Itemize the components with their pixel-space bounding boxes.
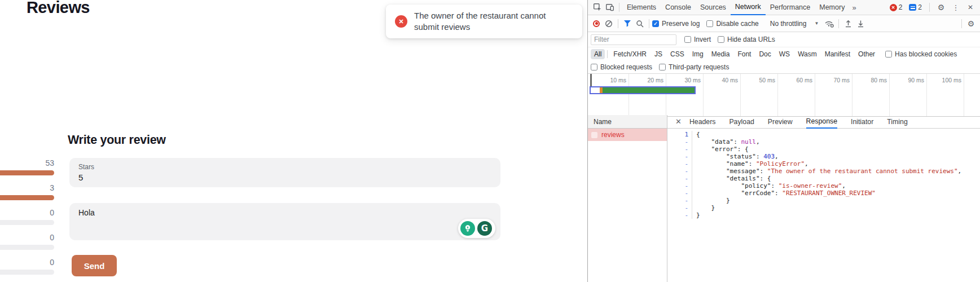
stars-field[interactable]: Stars 5 <box>69 158 500 187</box>
filter-funnel-icon[interactable] <box>621 17 634 30</box>
import-har-icon[interactable] <box>842 17 854 30</box>
detail-tab-payload[interactable]: Payload <box>729 115 754 129</box>
third-party-requests-checkbox[interactable]: Third-party requests <box>659 63 729 71</box>
send-button-label: Send <box>84 261 105 271</box>
line-number: - <box>667 197 692 204</box>
throttling-select[interactable]: No throttling ▼ <box>770 20 819 28</box>
type-filter-manifest[interactable]: Manifest <box>821 49 854 59</box>
more-tabs-icon[interactable]: » <box>849 0 859 15</box>
settings-gear-icon[interactable]: ⚙ <box>935 1 947 14</box>
line-number: - <box>667 153 692 160</box>
devtools-panel: ElementsConsoleSourcesNetworkPerformance… <box>587 0 980 282</box>
rating-count: 0 <box>0 258 54 267</box>
disable-cache-checkbox[interactable]: Disable cache <box>706 20 758 28</box>
code-line: - "status": 403, <box>667 153 980 160</box>
suggestion-bulb-icon[interactable] <box>460 221 475 236</box>
devtools-tab-network[interactable]: Network <box>731 0 766 15</box>
kebab-menu-icon[interactable]: ⋮ <box>950 1 962 14</box>
detail-tab-preview[interactable]: Preview <box>768 115 793 129</box>
search-icon[interactable] <box>634 17 646 30</box>
devtools-tab-memory[interactable]: Memory <box>815 0 849 15</box>
devtools-tab-console[interactable]: Console <box>661 0 696 15</box>
type-filter-css[interactable]: CSS <box>667 49 688 59</box>
code-text: "policy": "is-owner-review", <box>692 182 846 190</box>
export-har-icon[interactable] <box>854 17 867 30</box>
rating-count: 3 <box>0 183 54 193</box>
request-row-reviews[interactable]: reviews <box>588 129 667 141</box>
device-toolbar-icon[interactable] <box>604 1 616 14</box>
hide-data-urls-checkbox[interactable]: Hide data URLs <box>718 36 775 43</box>
devtools-tab-sources[interactable]: Sources <box>696 0 731 15</box>
preserve-log-checkbox[interactable]: ✓ Preserve log <box>652 20 700 28</box>
line-number: - <box>667 182 692 190</box>
type-filter-js[interactable]: JS <box>651 49 666 59</box>
close-detail-icon[interactable]: ✕ <box>675 117 682 126</box>
code-text: "errCode": "RESTAURANT_OWNER_REVIEW" <box>692 190 876 197</box>
blocked-requests-label: Blocked requests <box>600 63 652 71</box>
type-filter-all[interactable]: All <box>591 49 605 59</box>
response-body[interactable]: 1{- "data": null,- "error": {- "status":… <box>667 129 980 282</box>
type-filter-media[interactable]: Media <box>708 49 733 59</box>
invert-checkbox[interactable]: Invert <box>684 36 711 43</box>
checkbox-unchecked-icon <box>718 36 724 43</box>
type-filter-fetchxhr[interactable]: Fetch/XHR <box>610 49 650 59</box>
type-filter-ws[interactable]: WS <box>776 49 793 59</box>
error-badge-icon: ✕ <box>890 4 897 11</box>
code-line: - "error": { <box>667 146 980 153</box>
code-line: - "message": "The owner of the restauran… <box>667 168 980 175</box>
stars-value: 5 <box>78 173 83 182</box>
rating-bar <box>0 195 54 200</box>
detail-tab-headers[interactable]: Headers <box>689 115 715 129</box>
code-line: - "errCode": "RESTAURANT_OWNER_REVIEW" <box>667 190 980 197</box>
message-count-badge[interactable]: 2 <box>907 3 924 12</box>
grammarly-widget[interactable]: G <box>458 219 495 238</box>
waterfall-download-segment <box>603 87 695 93</box>
timeline-gridline <box>666 74 666 116</box>
type-filter-font[interactable]: Font <box>734 49 754 59</box>
network-conditions-icon[interactable] <box>823 17 836 30</box>
blocked-requests-row: Blocked requests Third-party requests <box>588 61 980 74</box>
type-filter-doc[interactable]: Doc <box>755 49 774 59</box>
checkbox-unchecked-icon <box>591 64 597 70</box>
checkbox-unchecked-icon <box>684 36 691 43</box>
timeline-tick-label: 100 ms <box>930 77 961 83</box>
devtools-tab-elements[interactable]: Elements <box>622 0 661 15</box>
timeline-gridline <box>740 74 741 116</box>
devtools-tab-performance[interactable]: Performance <box>766 0 815 15</box>
timeline-gridline <box>777 74 778 116</box>
send-button[interactable]: Send <box>72 255 117 276</box>
checkbox-unchecked-icon <box>885 51 892 58</box>
network-overview-timeline[interactable]: 10 ms20 ms30 ms40 ms50 ms60 ms70 ms80 ms… <box>588 74 980 117</box>
blocked-requests-checkbox[interactable]: Blocked requests <box>591 63 652 71</box>
type-filter-wasm[interactable]: Wasm <box>794 49 820 59</box>
error-count-badge[interactable]: ✕ 2 <box>887 3 905 12</box>
line-number: - <box>667 146 692 153</box>
toast-message: The owner of the restaurant cannot submi… <box>414 10 558 33</box>
filter-input[interactable] <box>591 34 676 45</box>
checkbox-checked-icon: ✓ <box>652 20 659 27</box>
has-blocked-cookies-checkbox[interactable]: Has blocked cookies <box>885 50 957 58</box>
grammarly-g-icon[interactable]: G <box>477 221 492 236</box>
name-column-header[interactable]: Name <box>588 115 667 129</box>
type-filter-img[interactable]: Img <box>689 49 707 59</box>
record-network-log-icon[interactable] <box>590 17 603 30</box>
inspect-element-icon[interactable] <box>591 1 604 14</box>
detail-tab-timing[interactable]: Timing <box>887 115 907 129</box>
clear-network-log-icon[interactable] <box>603 17 615 30</box>
type-filter-other[interactable]: Other <box>855 49 878 59</box>
line-number: - <box>667 160 692 168</box>
detail-tab-response[interactable]: Response <box>806 115 837 129</box>
hide-data-urls-label: Hide data URLs <box>727 36 775 43</box>
timeline-gridline <box>703 74 704 116</box>
close-devtools-icon[interactable]: ✕ <box>964 1 977 14</box>
request-waterfall-bar[interactable] <box>590 86 696 94</box>
timeline-gridline <box>629 74 629 116</box>
review-textarea[interactable]: Hola G <box>69 203 500 240</box>
rating-row: 0 <box>0 258 54 282</box>
rating-row: 0 <box>0 208 54 233</box>
timeline-tick-label: 80 ms <box>855 77 887 83</box>
network-toolbar: ✓ Preserve log Disable cache No throttli… <box>588 15 980 32</box>
network-settings-gear-icon[interactable]: ⚙ <box>965 17 977 30</box>
code-text: "error": { <box>692 146 749 153</box>
detail-tab-initiator[interactable]: Initiator <box>851 115 873 129</box>
